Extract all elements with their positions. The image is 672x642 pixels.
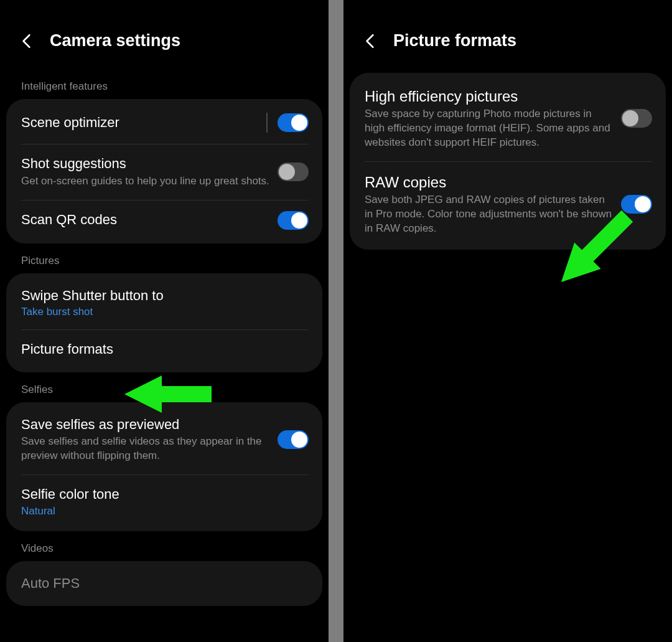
row-picture-formats[interactable]: Picture formats [6,329,322,370]
page-title: Camera settings [50,31,180,50]
divider-icon [266,113,268,133]
toggle-scene-optimizer[interactable] [278,113,309,132]
row-title: RAW copies [365,172,614,192]
row-title: Swipe Shutter button to [21,287,301,305]
card-intelligent-features: Scene optimizer Shot suggestions Get on-… [6,99,322,243]
toggle-shot-suggestions[interactable] [278,163,309,181]
card-selfies: Save selfies as previewed Save selfies a… [6,402,322,531]
header: Camera settings [0,0,329,69]
row-raw-copies[interactable]: RAW copies Save both JPEG and RAW copies… [350,161,666,247]
row-value: Natural [21,505,301,517]
section-label-pictures: Pictures [0,255,329,273]
row-save-selfies-previewed[interactable]: Save selfies as previewed Save selfies a… [6,405,322,474]
row-swipe-shutter[interactable]: Swipe Shutter button to Take burst shot [6,276,322,330]
row-desc: Save space by capturing Photo mode pictu… [365,107,614,150]
card-videos: Auto FPS [6,561,322,607]
page-title: Picture formats [393,31,516,50]
row-title: Picture formats [21,341,301,359]
row-desc: Save both JPEG and RAW copies of picture… [365,193,614,236]
row-title: Selfie color tone [21,486,301,504]
row-selfie-color-tone[interactable]: Selfie color tone Natural [6,474,322,529]
row-value: Take burst shot [21,306,301,318]
row-scan-qr[interactable]: Scan QR codes [6,200,322,241]
row-auto-fps[interactable]: Auto FPS [6,564,322,604]
row-title: Scan QR codes [21,211,270,229]
section-label-videos: Videos [0,542,329,561]
toggle-raw-copies[interactable] [621,195,652,214]
section-label-selfies: Selfies [0,384,329,402]
header: Picture formats [343,0,672,69]
row-title: Auto FPS [21,575,301,593]
row-title: Scene optimizer [21,114,259,132]
card-pictures: Swipe Shutter button to Take burst shot … [6,273,322,372]
row-title: Save selfies as previewed [21,416,270,434]
row-desc: Save selfies and selfie videos as they a… [21,435,270,463]
back-icon[interactable] [362,33,378,49]
back-icon[interactable] [19,33,35,49]
screen-camera-settings: Camera settings Intelligent features Sce… [0,0,329,642]
toggle-save-selfies[interactable] [278,430,309,449]
row-shot-suggestions[interactable]: Shot suggestions Get on-screen guides to… [6,144,322,200]
card-picture-formats: High efficiency pictures Save space by c… [350,73,666,250]
screen-picture-formats: Picture formats High efficiency pictures… [343,0,672,642]
toggle-scan-qr[interactable] [278,211,309,230]
row-desc: Get on-screen guides to help you line up… [21,174,270,189]
row-high-efficiency[interactable]: High efficiency pictures Save space by c… [350,75,666,161]
row-title: High efficiency pictures [365,87,614,106]
row-title: Shot suggestions [21,155,270,173]
section-label-intelligent: Intelligent features [0,80,329,99]
toggle-high-efficiency[interactable] [621,109,652,128]
row-scene-optimizer[interactable]: Scene optimizer [6,101,322,144]
